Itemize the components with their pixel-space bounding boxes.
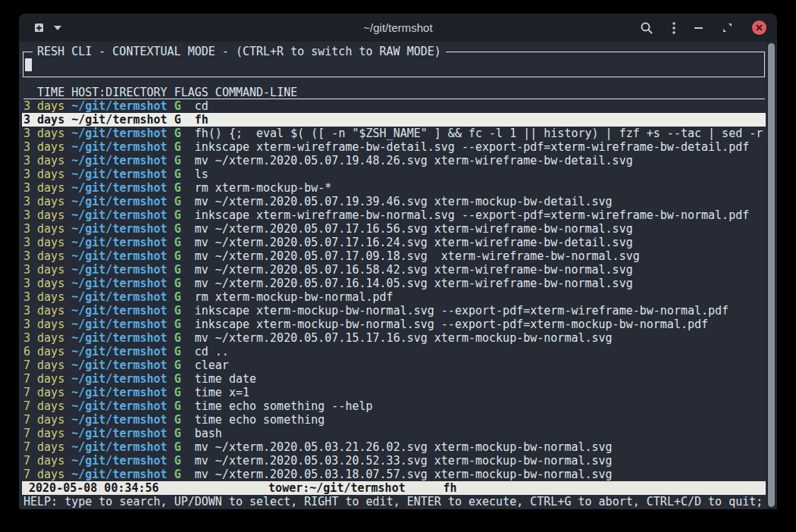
row-directory: ~/git/termshot bbox=[71, 331, 174, 345]
history-row[interactable]: 3 days ~/git/termshot G mv ~/xterm.2020.… bbox=[22, 277, 766, 290]
row-flags: G bbox=[174, 304, 195, 318]
close-icon bbox=[755, 23, 763, 32]
row-command: rm xterm-mockup-bw-* bbox=[195, 181, 766, 195]
history-row[interactable]: 6 days ~/git/termshot G cd .. bbox=[22, 345, 766, 358]
row-time: 3 days bbox=[24, 154, 71, 167]
row-command: time echo something bbox=[195, 413, 766, 427]
row-time: 6 days bbox=[24, 345, 71, 358]
row-time: 3 days bbox=[24, 331, 71, 345]
help-line: HELP: type to search, UP/DOWN to select,… bbox=[24, 495, 765, 509]
row-flags: G bbox=[174, 263, 195, 277]
history-row[interactable]: 3 days ~/git/termshot G mv ~/xterm.2020.… bbox=[22, 236, 766, 249]
history-row[interactable]: 3 days ~/git/termshot G mv ~/xterm.2020.… bbox=[22, 249, 766, 263]
row-flags: G bbox=[174, 154, 195, 167]
row-flags: G bbox=[174, 113, 195, 127]
row-command: inkscape xterm-wireframe-bw-detail.svg -… bbox=[195, 140, 766, 154]
row-directory: ~/git/termshot bbox=[71, 195, 174, 208]
row-time: 3 days bbox=[24, 318, 71, 331]
row-command: clear bbox=[195, 358, 766, 372]
history-row[interactable]: 3 days ~/git/termshot G inkscape xterm-w… bbox=[22, 140, 766, 154]
row-directory: ~/git/termshot bbox=[71, 263, 174, 277]
row-command: fh bbox=[195, 113, 766, 127]
row-directory: ~/git/termshot bbox=[71, 386, 174, 399]
row-flags: G bbox=[174, 372, 195, 386]
history-row[interactable]: 3 days ~/git/termshot G mv ~/xterm.2020.… bbox=[22, 195, 766, 208]
row-time: 3 days bbox=[24, 222, 71, 236]
resh-search-input[interactable]: RESH CLI - CONTEXTUAL MODE - (CTRL+R to … bbox=[23, 52, 765, 77]
history-row[interactable]: 7 days ~/git/termshot G bash bbox=[22, 427, 766, 440]
history-row[interactable]: 3 days ~/git/termshot G fh bbox=[22, 113, 766, 127]
history-row[interactable]: 7 days ~/git/termshot G clear bbox=[22, 358, 766, 372]
row-directory: ~/git/termshot bbox=[71, 468, 174, 481]
row-directory: ~/git/termshot bbox=[71, 318, 174, 331]
close-button[interactable] bbox=[752, 20, 766, 35]
row-flags: G bbox=[174, 208, 195, 222]
row-command: time echo something --help bbox=[195, 399, 766, 413]
menu-button[interactable] bbox=[672, 21, 675, 35]
chevron-down-icon bbox=[54, 26, 61, 30]
status-datetime: 2020-05-08 00:34:56 bbox=[29, 481, 159, 495]
row-time: 7 days bbox=[24, 399, 71, 413]
row-directory: ~/git/termshot bbox=[71, 127, 174, 140]
history-row[interactable]: 3 days ~/git/termshot G rm xterm-mockup-… bbox=[22, 290, 766, 304]
history-row[interactable]: 7 days ~/git/termshot G mv ~/xterm.2020.… bbox=[22, 454, 766, 468]
row-command: mv ~/xterm.2020.05.07.17.16.56.svg xterm… bbox=[195, 222, 766, 236]
history-row[interactable]: 3 days ~/git/termshot G cd bbox=[22, 99, 766, 113]
status-host-directory: tower:~/git/termshot bbox=[268, 481, 406, 495]
scrollbar[interactable] bbox=[766, 42, 777, 509]
terminal-screen[interactable]: RESH CLI - CONTEXTUAL MODE - (CTRL+R to … bbox=[19, 42, 777, 509]
row-flags: G bbox=[174, 249, 195, 263]
row-command: inkscape xterm-mockup-bw-normal.svg --ex… bbox=[195, 318, 766, 331]
row-time: 3 days bbox=[24, 167, 71, 181]
row-flags: G bbox=[174, 222, 195, 236]
row-command: bash bbox=[195, 427, 766, 440]
history-row[interactable]: 7 days ~/git/termshot G time echo someth… bbox=[22, 413, 766, 427]
status-bar: 2020-05-08 00:34:56 tower:~/git/termshot… bbox=[22, 481, 766, 495]
row-directory: ~/git/termshot bbox=[71, 154, 174, 167]
row-time: 7 days bbox=[24, 386, 71, 399]
row-directory: ~/git/termshot bbox=[71, 167, 174, 181]
row-command: mv ~/xterm.2020.05.03.18.07.57.svg xterm… bbox=[195, 468, 766, 481]
history-row[interactable]: 3 days ~/git/termshot G rm xterm-mockup-… bbox=[22, 181, 766, 195]
row-directory: ~/git/termshot bbox=[71, 99, 174, 113]
history-row[interactable]: 3 days ~/git/termshot G inkscape xterm-w… bbox=[22, 208, 766, 222]
row-time: 3 days bbox=[24, 195, 71, 208]
history-row[interactable]: 3 days ~/git/termshot G mv ~/xterm.2020.… bbox=[22, 331, 766, 345]
history-row[interactable]: 3 days ~/git/termshot G mv ~/xterm.2020.… bbox=[22, 222, 766, 236]
restore-button[interactable] bbox=[722, 22, 733, 33]
history-row[interactable]: 3 days ~/git/termshot G fh() {; eval $( … bbox=[22, 127, 766, 140]
history-table-header: TIME HOST:DIRECTORY FLAGS COMMAND-LINE bbox=[24, 86, 765, 99]
scrollbar-thumb[interactable] bbox=[768, 43, 775, 507]
row-directory: ~/git/termshot bbox=[71, 140, 174, 154]
row-flags: G bbox=[174, 290, 195, 304]
row-time: 7 days bbox=[24, 372, 71, 386]
history-row[interactable]: 7 days ~/git/termshot G mv ~/xterm.2020.… bbox=[22, 468, 766, 481]
tab-list-dropdown[interactable] bbox=[54, 26, 61, 30]
row-time: 7 days bbox=[24, 454, 71, 468]
row-directory: ~/git/termshot bbox=[71, 454, 174, 468]
row-flags: G bbox=[174, 399, 195, 413]
row-time: 3 days bbox=[24, 208, 71, 222]
row-directory: ~/git/termshot bbox=[71, 427, 174, 440]
row-time: 3 days bbox=[24, 113, 71, 127]
row-flags: G bbox=[174, 386, 195, 399]
history-row[interactable]: 7 days ~/git/termshot G time x=1 bbox=[22, 386, 766, 399]
history-row[interactable]: 3 days ~/git/termshot G mv ~/xterm.2020.… bbox=[22, 263, 766, 277]
row-directory: ~/git/termshot bbox=[71, 399, 174, 413]
history-row[interactable]: 7 days ~/git/termshot G time date bbox=[22, 372, 766, 386]
history-row[interactable]: 7 days ~/git/termshot G mv ~/xterm.2020.… bbox=[22, 440, 766, 454]
history-row[interactable]: 7 days ~/git/termshot G time echo someth… bbox=[22, 399, 766, 413]
row-flags: G bbox=[174, 345, 195, 358]
history-row[interactable]: 3 days ~/git/termshot G inkscape xterm-m… bbox=[22, 318, 766, 331]
history-row[interactable]: 3 days ~/git/termshot G inkscape xterm-m… bbox=[22, 304, 766, 318]
new-tab-button[interactable] bbox=[33, 22, 45, 34]
row-flags: G bbox=[174, 236, 195, 249]
row-command: inkscape xterm-mockup-bw-normal.svg --ex… bbox=[195, 304, 766, 318]
row-command: fh() {; eval $( ([ -n "$ZSH_NAME" ] && f… bbox=[195, 127, 766, 140]
history-row[interactable]: 3 days ~/git/termshot G mv ~/xterm.2020.… bbox=[22, 154, 766, 167]
minimize-button[interactable] bbox=[694, 27, 703, 29]
row-time: 3 days bbox=[24, 304, 71, 318]
row-time: 3 days bbox=[24, 236, 71, 249]
history-row[interactable]: 3 days ~/git/termshot G ls bbox=[22, 167, 766, 181]
search-button[interactable] bbox=[640, 21, 653, 35]
